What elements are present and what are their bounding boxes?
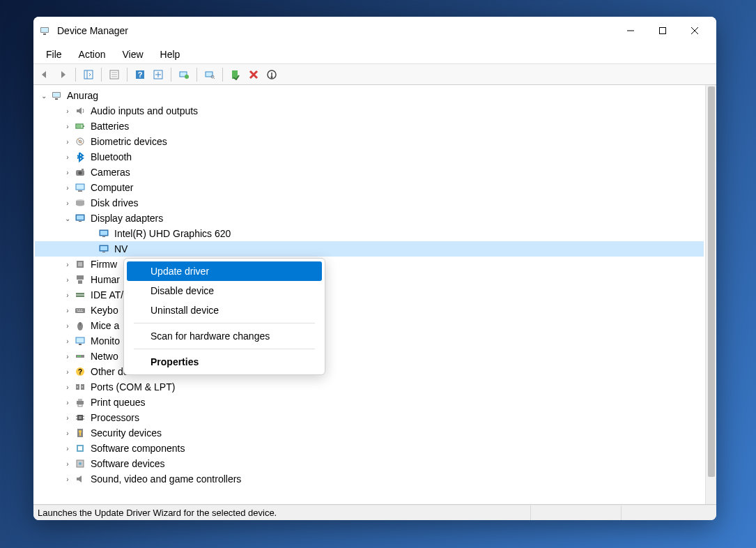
show-hide-tree-button[interactable]: [80, 66, 97, 83]
vertical-scrollbar[interactable]: [705, 85, 716, 504]
chevron-right-icon[interactable]: ›: [63, 382, 72, 392]
menubar: File Action View Help: [33, 45, 716, 64]
chevron-right-icon[interactable]: ›: [63, 397, 72, 407]
monitor-icon: [74, 335, 86, 347]
chevron-down-icon[interactable]: ⌄: [63, 213, 72, 223]
context-menu-item[interactable]: Update driver: [127, 261, 322, 281]
chevron-right-icon[interactable]: ›: [63, 259, 72, 269]
chevron-right-icon[interactable]: ›: [63, 275, 72, 284]
chevron-right-icon[interactable]: ›: [63, 305, 72, 315]
svg-rect-54: [79, 310, 80, 310]
disable-device-button[interactable]: [263, 66, 280, 83]
chevron-right-icon[interactable]: ›: [63, 183, 72, 192]
close-button[interactable]: [679, 20, 711, 42]
svg-point-63: [79, 356, 81, 357]
nav-back-button[interactable]: [36, 66, 53, 83]
tree-category-label: Bluetooth: [91, 151, 132, 162]
tree-category[interactable]: › Cameras: [35, 165, 704, 180]
chevron-right-icon[interactable]: ›: [63, 321, 72, 330]
tree-device[interactable]: NV: [35, 241, 704, 257]
tree-category[interactable]: › Bluetooth: [35, 149, 704, 165]
svg-rect-28: [77, 125, 82, 128]
cpu-icon: [74, 412, 86, 423]
chevron-right-icon[interactable]: ›: [63, 428, 72, 438]
chevron-right-icon[interactable]: ›: [63, 474, 72, 484]
nav-forward-button[interactable]: [54, 66, 71, 83]
svg-rect-7: [84, 70, 93, 79]
maximize-button[interactable]: [647, 20, 679, 42]
camera-icon: [74, 167, 86, 178]
tree-category-label: Batteries: [91, 121, 129, 132]
svg-rect-56: [77, 311, 83, 312]
tree-category-label: Ports (COM & LPT): [91, 381, 175, 393]
enable-device-button[interactable]: [227, 66, 244, 83]
svg-rect-24: [53, 93, 60, 97]
chevron-right-icon[interactable]: ›: [63, 198, 72, 208]
titlebar: Device Manager: [33, 17, 716, 45]
tree-category[interactable]: › Biometric devices: [35, 134, 704, 149]
tree-category[interactable]: › Computer: [35, 180, 704, 195]
sound-icon: [74, 473, 86, 485]
tree-root-label: Anurag: [67, 90, 98, 101]
tree-category[interactable]: › Processors: [35, 410, 704, 425]
chevron-right-icon[interactable]: ›: [63, 367, 72, 376]
tree-category[interactable]: › Software devices: [35, 456, 704, 471]
chevron-right-icon[interactable]: ›: [63, 459, 72, 469]
chevron-down-icon[interactable]: ⌄: [39, 91, 49, 100]
svg-rect-41: [100, 231, 107, 235]
chevron-right-icon[interactable]: ›: [63, 336, 72, 346]
tree-category[interactable]: › Audio inputs and outputs: [35, 103, 704, 119]
help-button[interactable]: ?: [132, 66, 148, 83]
tree-category[interactable]: › Software components: [35, 441, 704, 456]
chevron-right-icon[interactable]: ›: [63, 152, 72, 162]
bluetooth-icon: [74, 151, 86, 162]
context-menu-item[interactable]: Properties: [127, 352, 322, 372]
tree-category-label: Biometric devices: [91, 136, 167, 147]
context-menu-item[interactable]: Uninstall device: [127, 300, 322, 320]
menu-help[interactable]: Help: [152, 46, 189, 63]
context-menu-item[interactable]: Scan for hardware changes: [127, 326, 322, 346]
context-menu-item[interactable]: Disable device: [127, 281, 322, 300]
svg-rect-38: [77, 215, 84, 220]
toolbar: ?: [33, 64, 716, 85]
tree-category[interactable]: › Print queues: [35, 395, 704, 410]
chevron-right-icon[interactable]: ›: [63, 106, 72, 116]
tree-category[interactable]: › Disk drives: [35, 195, 704, 211]
chevron-right-icon[interactable]: ›: [63, 137, 72, 146]
chevron-right-icon[interactable]: ›: [63, 167, 72, 177]
computer-root-icon: [50, 90, 63, 101]
chevron-right-icon[interactable]: ›: [63, 121, 72, 131]
tree-device[interactable]: Intel(R) UHD Graphics 620: [35, 226, 704, 241]
update-driver-button[interactable]: [176, 66, 192, 83]
scan-hardware-button[interactable]: [201, 66, 218, 83]
svg-rect-35: [78, 190, 82, 192]
chevron-right-icon[interactable]: ›: [63, 290, 72, 300]
other-icon: ?: [74, 366, 86, 377]
tree-category[interactable]: › Sound, video and game controllers: [35, 471, 704, 487]
tree-category[interactable]: › Ports (COM & LPT): [35, 379, 704, 395]
chevron-right-icon[interactable]: ›: [63, 443, 72, 453]
menu-action[interactable]: Action: [70, 46, 114, 63]
minimize-button[interactable]: [615, 20, 647, 42]
scrollbar-thumb[interactable]: [708, 86, 715, 477]
tree-root[interactable]: ⌄ Anurag: [35, 88, 704, 103]
svg-rect-25: [55, 98, 58, 100]
properties-button[interactable]: [106, 66, 123, 83]
uninstall-device-button[interactable]: [245, 66, 262, 83]
window-title: Device Manager: [57, 25, 128, 36]
chevron-right-icon[interactable]: ›: [63, 351, 72, 361]
biometric-icon: [74, 136, 86, 147]
tree-category[interactable]: › Batteries: [35, 119, 704, 134]
svg-text:?: ?: [138, 70, 143, 79]
svg-rect-55: [81, 310, 82, 310]
tree-category[interactable]: ⌄ Display adapters: [35, 211, 704, 226]
window-controls: [615, 20, 711, 42]
chevron-right-icon[interactable]: ›: [63, 413, 72, 423]
svg-rect-49: [78, 280, 82, 284]
action-button[interactable]: [150, 66, 167, 83]
status-text: Launches the Update Driver Wizard for th…: [38, 505, 531, 520]
tree-category[interactable]: › Security devices: [35, 425, 704, 441]
menu-file[interactable]: File: [38, 46, 70, 63]
hid-icon: [74, 274, 86, 285]
menu-view[interactable]: View: [114, 46, 151, 63]
